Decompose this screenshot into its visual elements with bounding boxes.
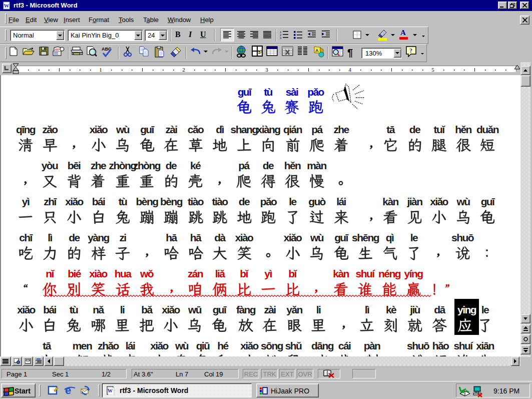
svg-text:1: 1: [99, 67, 102, 73]
svg-text:A: A: [315, 48, 319, 53]
svg-text:3: 3: [265, 67, 268, 73]
svg-text:4: 4: [348, 67, 351, 73]
svg-text:e: e: [65, 384, 71, 396]
svg-text:W: W: [108, 388, 113, 393]
svg-text:2: 2: [182, 67, 185, 73]
svg-text:?: ?: [409, 47, 412, 54]
svg-text:5: 5: [431, 67, 434, 73]
